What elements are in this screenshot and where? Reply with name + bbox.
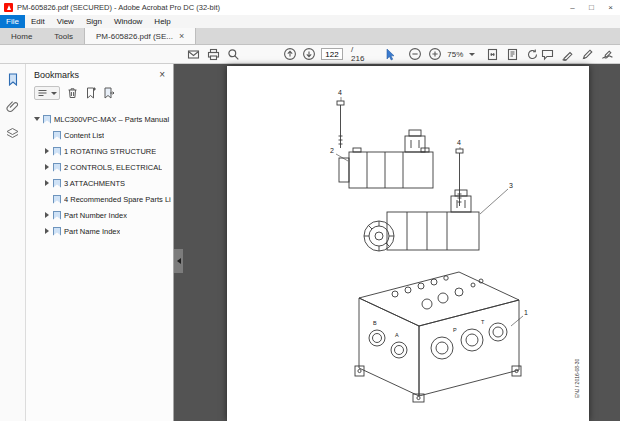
adobe-acrobat-icon <box>4 3 13 12</box>
bookmark-icon <box>53 179 61 188</box>
document-code: ENJ / 2016-08-30 <box>574 359 580 398</box>
bookmark-label: MLC300VPC-MAX – Parts Manual – <box>54 115 171 124</box>
page-fit-icon[interactable] <box>485 47 500 61</box>
minimize-button[interactable]: – <box>563 0 582 15</box>
bookmarks-tree: MLC300VPC-MAX – Parts Manual – Content L… <box>26 105 173 239</box>
bookmarks-rail-icon[interactable] <box>5 71 21 87</box>
menu-file[interactable]: File <box>0 15 25 28</box>
bookmark-item-controls-electrical[interactable]: 2 CONTROLS, ELECTRICAL <box>28 159 171 175</box>
panel-options-caret-icon <box>51 92 57 95</box>
bookmark-icon <box>53 163 61 172</box>
page-width-icon[interactable] <box>505 47 520 61</box>
close-button[interactable]: × <box>601 0 620 15</box>
bookmark-label: 1 ROTATING STRUCTURE <box>64 147 156 156</box>
zoom-caret-icon[interactable] <box>469 53 475 56</box>
bookmark-label: Part Number Index <box>64 211 127 220</box>
menu-edit[interactable]: Edit <box>25 15 51 28</box>
zoom-out-icon[interactable] <box>407 47 422 61</box>
chevron-right-icon[interactable] <box>43 180 50 186</box>
bookmarks-panel-title: Bookmarks <box>34 70 79 80</box>
window-title: PM-605826.pdf (SECURED) - Adobe Acrobat … <box>17 3 559 12</box>
port-label-t: T <box>481 319 485 325</box>
acrobat-window: PM-605826.pdf (SECURED) - Adobe Acrobat … <box>0 0 620 421</box>
tab-close-icon[interactable]: × <box>179 32 184 41</box>
callout-1: 1 <box>524 309 528 316</box>
menu-window[interactable]: Window <box>108 15 148 28</box>
tab-home[interactable]: Home <box>0 28 43 44</box>
bookmark-icon <box>53 147 61 156</box>
panel-collapse-icon[interactable] <box>174 249 183 273</box>
main-toolbar: / 216 75% <box>0 45 620 64</box>
trash-icon[interactable] <box>67 87 78 99</box>
layers-rail-icon[interactable] <box>5 125 21 141</box>
pdf-page[interactable]: 4 4 2 3 1 B A P T ENJ / 2016-08-30 <box>227 66 589 421</box>
bookmark-item-root[interactable]: MLC300VPC-MAX – Parts Manual – <box>28 111 171 127</box>
share-icon[interactable] <box>186 47 201 61</box>
comment-icon[interactable] <box>540 47 555 61</box>
callout-3: 3 <box>509 182 513 189</box>
bookmark-icon <box>53 131 61 140</box>
title-bar: PM-605826.pdf (SECURED) - Adobe Acrobat … <box>0 0 620 15</box>
bookmark-icon <box>53 227 61 236</box>
bookmark-icon <box>53 211 61 220</box>
port-label-p: P <box>453 327 457 333</box>
rotate-view-icon[interactable] <box>525 47 540 61</box>
callout-2: 2 <box>330 147 334 154</box>
tab-tools[interactable]: Tools <box>43 28 84 44</box>
goto-bookmark-icon[interactable] <box>103 87 115 99</box>
chevron-right-icon[interactable] <box>43 212 50 218</box>
bookmark-item-attachments[interactable]: 3 ATTACHMENTS <box>28 175 171 191</box>
bookmarks-panel-header: Bookmarks × <box>26 64 173 84</box>
chevron-down-icon[interactable] <box>33 117 40 121</box>
chevron-right-icon[interactable] <box>43 228 50 234</box>
menu-bar: File Edit View Sign Window Help <box>0 15 620 28</box>
tab-document-label: PM-605826.pdf (SE... <box>96 32 173 41</box>
callout-4b: 4 <box>457 139 461 146</box>
tab-document[interactable]: PM-605826.pdf (SE... × <box>84 28 196 44</box>
sign-icon[interactable] <box>600 47 615 61</box>
highlight-icon[interactable] <box>560 47 575 61</box>
bookmark-label: 4 Recommended Spare Parts List <box>64 195 171 204</box>
bookmark-item-rotating-structure[interactable]: 1 ROTATING STRUCTURE <box>28 143 171 159</box>
bookmark-label: Part Name Index <box>64 227 120 236</box>
bookmark-label: 2 CONTROLS, ELECTRICAL <box>64 163 162 172</box>
window-controls: – □ × <box>563 0 620 15</box>
page-number-input[interactable] <box>321 48 343 60</box>
select-tool-icon[interactable] <box>382 47 397 61</box>
app-body: Bookmarks × <box>0 64 620 421</box>
chevron-right-icon[interactable] <box>43 148 50 154</box>
zoom-level-label[interactable]: 75% <box>447 50 463 59</box>
bookmark-item-content-list[interactable]: Content List <box>28 127 171 143</box>
tab-bar: Home Tools PM-605826.pdf (SE... × <box>0 28 620 45</box>
print-icon[interactable] <box>206 47 221 61</box>
menu-view[interactable]: View <box>51 15 80 28</box>
callout-4a: 4 <box>338 89 342 96</box>
attachments-rail-icon[interactable] <box>5 98 21 114</box>
bookmarks-panel: Bookmarks × <box>26 64 174 421</box>
next-page-icon[interactable] <box>302 47 316 61</box>
pen-icon[interactable] <box>580 47 595 61</box>
document-viewport[interactable]: 4 4 2 3 1 B A P T ENJ / 2016-08-30 <box>174 64 620 421</box>
chevron-right-icon[interactable] <box>43 164 50 170</box>
search-icon[interactable] <box>226 47 241 61</box>
zoom-in-icon[interactable] <box>427 47 442 61</box>
menu-help[interactable]: Help <box>148 15 176 28</box>
port-label-a: A <box>395 332 399 338</box>
maximize-button[interactable]: □ <box>582 0 601 15</box>
exploded-valve-diagram: 4 4 2 3 1 B A P T ENJ / 2016-08-30 <box>227 66 589 421</box>
bookmark-label: Content List <box>64 131 104 140</box>
bookmark-label: 3 ATTACHMENTS <box>64 179 125 188</box>
panel-close-icon[interactable]: × <box>159 70 165 80</box>
bookmark-icon <box>43 115 51 124</box>
bookmark-item-part-name-index[interactable]: Part Name Index <box>28 223 171 239</box>
bookmark-item-spare-parts[interactable]: 4 Recommended Spare Parts List <box>28 191 171 207</box>
new-bookmark-icon[interactable] <box>85 87 96 99</box>
panel-options-icon[interactable] <box>34 86 60 100</box>
page-total-label: / 216 <box>351 45 366 63</box>
navigation-rail <box>0 64 26 421</box>
previous-page-icon[interactable] <box>283 47 297 61</box>
bookmarks-panel-toolbar <box>26 84 173 105</box>
menu-sign[interactable]: Sign <box>80 15 108 28</box>
bookmark-item-part-number-index[interactable]: Part Number Index <box>28 207 171 223</box>
port-label-b: B <box>373 320 377 326</box>
